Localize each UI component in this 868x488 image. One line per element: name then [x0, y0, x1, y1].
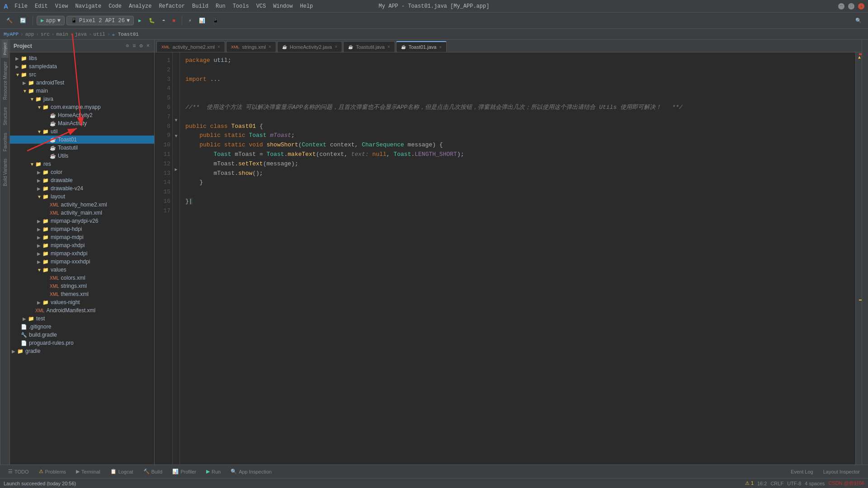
- menu-window[interactable]: Window: [270, 2, 295, 10]
- code-editor[interactable]: package util; import ... //** 使用这个方法 可以解…: [180, 52, 855, 465]
- tree-colors-xml[interactable]: ▶ XML colors.xml: [10, 274, 154, 282]
- breadcrumb-toast01[interactable]: ☕ Toast01: [112, 31, 139, 37]
- bottom-tab-build[interactable]: 🔨 Build: [139, 467, 167, 476]
- toolbar-sync-btn[interactable]: 🔄: [17, 17, 29, 24]
- sidebar-item-favorites[interactable]: Favorites: [1, 129, 9, 155]
- tree-sampledata[interactable]: ▶ 📁 sampledata: [10, 62, 154, 70]
- tree-utils[interactable]: ▶ ☕ Utils: [10, 152, 154, 160]
- menu-run[interactable]: Run: [213, 2, 228, 10]
- tree-test[interactable]: ▶ 📁 test: [10, 314, 154, 323]
- project-scope-btn[interactable]: ⊙: [125, 42, 130, 50]
- tab-homeactivity2[interactable]: ☕ HomeActivity2.java ×: [277, 41, 342, 52]
- sidebar-item-structure[interactable]: Structure: [1, 103, 9, 129]
- tree-androidTest[interactable]: ▶ 📁 androidTest: [10, 79, 154, 87]
- tab-strings[interactable]: XML strings.xml ×: [226, 41, 276, 52]
- tree-src[interactable]: ▼ 📁 src: [10, 70, 154, 79]
- tree-proguard[interactable]: ▶ 📄 proguard-rules.pro: [10, 339, 154, 347]
- tree-layout[interactable]: ▼ 📁 layout: [10, 192, 154, 201]
- sidebar-item-build-variants[interactable]: Build Variants: [1, 155, 9, 190]
- breadcrumb-java[interactable]: java: [75, 32, 86, 37]
- project-collapse-btn[interactable]: ≡: [132, 42, 137, 50]
- bottom-tab-run[interactable]: ▶ Run: [202, 467, 225, 476]
- bottom-tab-logcat[interactable]: 📋 Logcat: [106, 467, 138, 476]
- tab-close-strings[interactable]: ×: [269, 44, 271, 49]
- tree-main[interactable]: ▼ 📁 main: [10, 87, 154, 95]
- sync-project-btn[interactable]: ⚡: [186, 17, 194, 24]
- tree-build-gradle[interactable]: ▶ 🔧 build.gradle: [10, 331, 154, 339]
- menu-help[interactable]: Help: [297, 2, 316, 10]
- tree-mipmap-mdpi[interactable]: ▶ 📁 mipmap-mdpi: [10, 233, 154, 241]
- minimize-button[interactable]: ─: [838, 3, 844, 9]
- menu-build[interactable]: Build: [189, 2, 211, 10]
- close-button[interactable]: ✕: [858, 3, 864, 9]
- tree-util[interactable]: ▼ 📁 util: [10, 127, 154, 136]
- bottom-tab-todo[interactable]: ☰ TODO: [4, 467, 33, 476]
- avd-manager-btn[interactable]: 📱: [210, 17, 222, 24]
- tree-activity-home2[interactable]: ▶ XML activity_home2.xml: [10, 201, 154, 209]
- tree-gradle-root[interactable]: ▶ 📁 gradle: [10, 347, 154, 355]
- menu-view[interactable]: View: [52, 2, 71, 10]
- bottom-tab-problems[interactable]: ⚠ Problems: [34, 467, 71, 476]
- menu-edit[interactable]: Edit: [32, 2, 51, 10]
- maximize-button[interactable]: □: [848, 3, 854, 9]
- bottom-tab-event-log[interactable]: Event Log: [786, 467, 818, 476]
- charset[interactable]: UTF-8: [787, 481, 801, 486]
- sidebar-item-project[interactable]: Project: [1, 40, 9, 58]
- tree-libs[interactable]: ▶ 📁 libs: [10, 54, 154, 62]
- menu-navigate[interactable]: Navigate: [73, 2, 104, 10]
- menu-analyze[interactable]: Analyze: [126, 2, 154, 10]
- tree-strings-xml[interactable]: ▶ XML strings.xml: [10, 282, 154, 290]
- tree-mipmap-xxxhdpi[interactable]: ▶ 📁 mipmap-xxxhdpi: [10, 258, 154, 266]
- coverage-button[interactable]: ☂: [160, 17, 168, 24]
- tree-drawable[interactable]: ▶ 📁 drawable: [10, 176, 154, 184]
- menu-code[interactable]: Code: [106, 2, 124, 10]
- breadcrumb-util[interactable]: util: [94, 32, 105, 37]
- bottom-tab-terminal[interactable]: ▶ Terminal: [71, 467, 105, 476]
- search-everywhere-btn[interactable]: 🔍: [853, 17, 864, 24]
- breadcrumb-app[interactable]: app: [25, 32, 34, 37]
- toolbar-build-btn[interactable]: 🔨: [4, 17, 15, 24]
- tree-values-night[interactable]: ▶ 📁 values-night: [10, 298, 154, 306]
- tab-toast01[interactable]: ☕ Toast01.java ×: [396, 41, 447, 52]
- tree-drawable-v24[interactable]: ▶ 📁 drawable-v24: [10, 184, 154, 192]
- breadcrumb-myapp[interactable]: MyAPP: [4, 32, 19, 37]
- menu-tools[interactable]: Tools: [230, 2, 252, 10]
- project-settings-btn[interactable]: ⚙: [139, 42, 144, 50]
- tab-close-activity-home2[interactable]: ×: [217, 44, 220, 49]
- bottom-tab-app-inspection[interactable]: 🔍 App Inspection: [226, 467, 276, 476]
- tree-activity-main[interactable]: ▶ XML activity_main.xml: [10, 209, 154, 217]
- tree-mainactivity[interactable]: ▶ ☕ MainActivity: [10, 119, 154, 127]
- tab-close-homeactivity2[interactable]: ×: [335, 44, 337, 49]
- stop-button[interactable]: ■: [170, 17, 178, 24]
- tree-res[interactable]: ▼ 📁 res: [10, 160, 154, 168]
- cursor-position[interactable]: 16:2: [757, 481, 767, 486]
- tree-gitignore[interactable]: ▶ 📄 .gitignore: [10, 323, 154, 331]
- project-close-btn[interactable]: ×: [146, 42, 151, 50]
- amv-btn[interactable]: 📊: [196, 17, 208, 24]
- tree-mipmap-hdpi[interactable]: ▶ 📁 mipmap-hdpi: [10, 225, 154, 233]
- tree-toast01[interactable]: ▶ ☕ Toast01: [10, 136, 154, 144]
- tree-mipmap-xhdpi[interactable]: ▶ 📁 mipmap-xhdpi: [10, 241, 154, 249]
- device-selector[interactable]: 📱 Pixel 2 API 26 ▼: [66, 16, 134, 25]
- tree-androidmanifest[interactable]: ▶ XML AndroidManifest.xml: [10, 306, 154, 314]
- tab-activity-home2[interactable]: XML activity_home2.xml ×: [156, 41, 225, 52]
- tree-mipmap-anydpi[interactable]: ▶ 📁 mipmap-anydpi-v26: [10, 217, 154, 225]
- menu-vcs[interactable]: VCS: [254, 2, 269, 10]
- tab-close-toastutil[interactable]: ×: [387, 44, 390, 49]
- menu-refactor[interactable]: Refactor: [156, 2, 188, 10]
- line-ending[interactable]: CRLF: [770, 481, 783, 486]
- indent-setting[interactable]: 4 spaces: [805, 481, 825, 486]
- tree-mipmap-xxhdpi[interactable]: ▶ 📁 mipmap-xxhdpi: [10, 249, 154, 258]
- tree-homeactivity2[interactable]: ▶ ☕ HomeActivity2: [10, 111, 154, 119]
- tab-toastutil[interactable]: ☕ Toastutil.java ×: [343, 41, 395, 52]
- tree-values[interactable]: ▼ 📁 values: [10, 266, 154, 274]
- tree-toastutil[interactable]: ▶ ☕ Toastutil: [10, 144, 154, 152]
- tree-java[interactable]: ▼ 📁 java: [10, 95, 154, 103]
- breadcrumb-src[interactable]: src: [41, 32, 50, 37]
- menu-file[interactable]: File: [12, 2, 30, 10]
- run-button[interactable]: ▶: [136, 17, 144, 24]
- bottom-tab-layout-inspector[interactable]: Layout Inspector: [819, 467, 864, 476]
- tree-com-example[interactable]: ▼ 📁 com.example.myapp: [10, 103, 154, 111]
- tab-close-toast01[interactable]: ×: [439, 45, 442, 50]
- sidebar-item-resource-manager[interactable]: Resource Manager: [1, 58, 9, 103]
